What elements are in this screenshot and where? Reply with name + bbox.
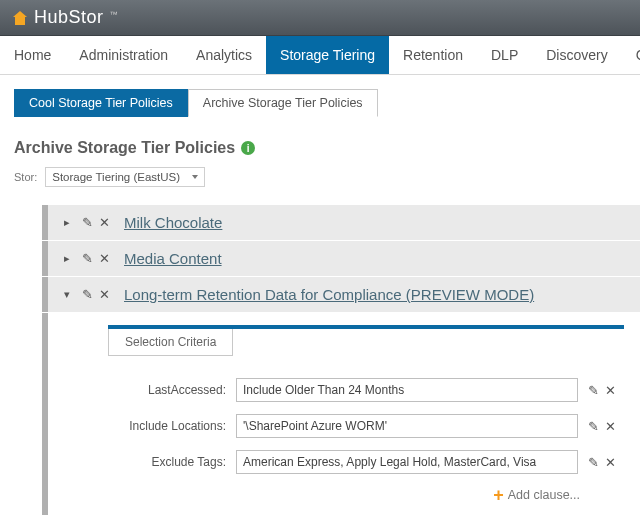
row-actions [82,287,110,302]
expander-icon[interactable]: ▾ [60,288,74,301]
criteria-tabhost: Selection Criteria [108,329,624,356]
criteria-row: Include Locations: [116,414,616,438]
delete-icon[interactable] [605,419,616,434]
expander-icon[interactable]: ▸ [60,252,74,265]
row-gutter [42,277,48,312]
delete-icon[interactable] [99,287,110,302]
tab-archive-storage[interactable]: Archive Storage Tier Policies [188,89,378,117]
criteria-label: Include Locations: [116,419,226,433]
criteria-actions [588,455,616,470]
criteria-row: LastAccessed: [116,378,616,402]
nav-retention[interactable]: Retention [389,36,477,74]
page-heading: Archive Storage Tier Policies i [14,139,640,157]
policy-link[interactable]: Media Content [124,250,222,267]
brand-text: HubStor [34,7,104,28]
criteria-actions [588,383,616,398]
nav-administration[interactable]: Administration [65,36,182,74]
nav-discovery[interactable]: Discovery [532,36,621,74]
criteria-actions [588,419,616,434]
policy-expanded-panel: Selection Criteria LastAccessed: Include… [42,313,640,515]
nav-analytics[interactable]: Analytics [182,36,266,74]
stor-label: Stor: [14,171,37,183]
nav-home[interactable]: Home [0,36,65,74]
add-clause-label: Add clause... [508,488,580,502]
nav-storage-tiering[interactable]: Storage Tiering [266,36,389,74]
criteria-label: Exclude Tags: [116,455,226,469]
nav-dlp[interactable]: DLP [477,36,532,74]
criteria-input-include-locations[interactable] [236,414,578,438]
plus-icon: + [493,486,504,504]
criteria-input-exclude-tags[interactable] [236,450,578,474]
policy-link[interactable]: Milk Chocolate [124,214,222,231]
app-header: HubStor ™ [0,0,640,36]
edit-icon[interactable] [82,251,93,266]
delete-icon[interactable] [99,251,110,266]
expanded-body: Selection Criteria LastAccessed: Include… [48,313,640,515]
policy-row: ▸ Milk Chocolate [42,205,640,241]
brand: HubStor ™ [10,7,118,28]
criteria-label: LastAccessed: [116,383,226,397]
edit-icon[interactable] [82,215,93,230]
policy-row: ▾ Long-term Retention Data for Complianc… [42,277,640,313]
criteria-row: Exclude Tags: [116,450,616,474]
policy-row: ▸ Media Content [42,241,640,277]
add-clause-link[interactable]: + Add clause... [116,486,580,504]
policy-list: ▸ Milk Chocolate ▸ Media Content ▾ Long-… [42,205,640,313]
row-gutter [42,241,48,276]
brand-icon [10,9,30,27]
tab-cool-storage[interactable]: Cool Storage Tier Policies [14,89,188,117]
expander-icon[interactable]: ▸ [60,216,74,229]
nav-chargeback[interactable]: Chargeback [622,36,640,74]
page-title: Archive Storage Tier Policies [14,139,235,157]
stor-select-value: Storage Tiering (EastUS) [52,171,180,183]
tier-tabs: Cool Storage Tier Policies Archive Stora… [14,89,640,117]
edit-icon[interactable] [588,419,599,434]
edit-icon[interactable] [82,287,93,302]
edit-icon[interactable] [588,383,599,398]
delete-icon[interactable] [605,383,616,398]
info-icon[interactable]: i [241,141,255,155]
brand-tm: ™ [110,10,118,19]
svg-rect-0 [15,17,25,25]
stor-select[interactable]: Storage Tiering (EastUS) [45,167,205,187]
criteria-input-lastaccessed[interactable] [236,378,578,402]
row-actions [82,215,110,230]
stor-selector-row: Stor: Storage Tiering (EastUS) [14,167,640,187]
row-gutter [42,205,48,240]
top-nav: Home Administration Analytics Storage Ti… [0,36,640,75]
criteria-content: LastAccessed: Include Locations: Exclude… [108,356,624,504]
policy-link[interactable]: Long-term Retention Data for Compliance … [124,286,534,303]
edit-icon[interactable] [588,455,599,470]
delete-icon[interactable] [605,455,616,470]
tab-selection-criteria[interactable]: Selection Criteria [108,329,233,356]
row-actions [82,251,110,266]
delete-icon[interactable] [99,215,110,230]
